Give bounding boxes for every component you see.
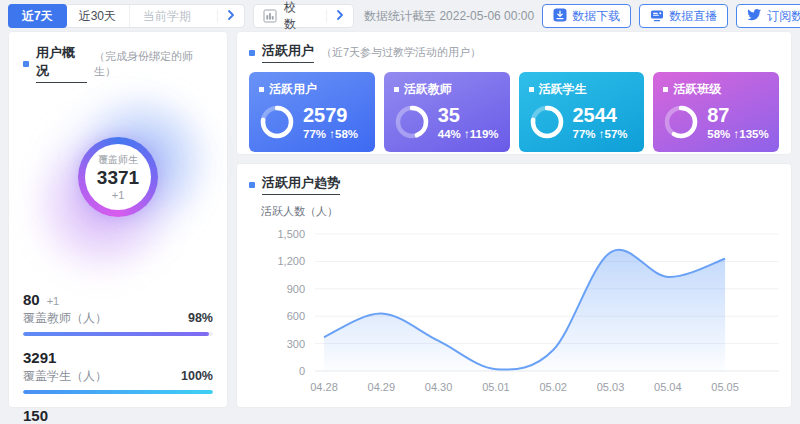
card-bullet-icon [529, 87, 534, 92]
tab-last-7-days[interactable]: 近7天 [8, 4, 67, 28]
panel-subtitle: （完成身份绑定的师生） [94, 49, 213, 79]
svg-text:04.28: 04.28 [310, 381, 338, 393]
card-ring [394, 104, 430, 140]
tab-current-semester[interactable]: 当前学期 [129, 5, 217, 27]
gauge-center: 覆盖师生 3371 +1 [85, 144, 151, 210]
gauge-ring: 覆盖师生 3371 +1 [78, 137, 158, 217]
card-delta: ↑58% [329, 128, 358, 140]
card-value: 35 [438, 104, 499, 126]
chevron-right-icon [336, 9, 344, 24]
stat-value: 3291 [23, 349, 56, 366]
button-label: 订阅数据月报 [767, 8, 800, 25]
data-updated-text: 数据统计截至 2022-05-06 00:00 [364, 8, 534, 25]
card-rate: 44% [438, 128, 461, 140]
panel-header: 活跃用户趋势 [249, 174, 779, 195]
live-icon [650, 8, 664, 25]
stat-row: 3291 覆盖学生（人） 100% [23, 349, 213, 394]
stat-row: 80 +1 覆盖教师（人） 98% [23, 291, 213, 336]
section-bullet-icon [249, 50, 255, 56]
card-title: 活跃用户 [269, 81, 317, 98]
active-card: 活跃学生 2544 77% ↑57% [519, 72, 645, 152]
trend-area-chart: 03006009001,2001,50004.2804.2904.3005.01… [249, 219, 779, 399]
topbar-actions: 数据下载 数据直播 订阅数据月报 [542, 4, 800, 28]
card-title: 活跃教师 [404, 81, 452, 98]
card-ring [663, 104, 699, 140]
stat-bar-fill [23, 332, 209, 336]
data-download-button[interactable]: 数据下载 [542, 4, 631, 28]
coverage-gauge: 覆盖师生 3371 +1 [23, 85, 213, 283]
stat-delta: +1 [47, 295, 60, 307]
section-bullet-icon [23, 61, 29, 67]
panel-title: 活跃用户 [262, 42, 314, 63]
gauge-value: 3371 [97, 167, 139, 189]
card-title: 活跃班级 [673, 81, 721, 98]
tab-last-30-days[interactable]: 近30天 [66, 5, 129, 27]
panel-header: 活跃用户 （近7天参与过教学活动的用户） [249, 42, 779, 63]
svg-text:05.04: 05.04 [654, 381, 682, 393]
card-value: 2544 [573, 104, 628, 126]
svg-text:600: 600 [287, 310, 305, 322]
bar-chart-icon [263, 9, 277, 23]
stat-percent: 100% [181, 369, 213, 383]
button-label: 数据下载 [572, 8, 620, 25]
scope-expand-button[interactable] [326, 9, 353, 23]
card-delta: ↑135% [733, 128, 768, 140]
card-ring [259, 104, 295, 140]
dashboard-main: 用户概况 （完成身份绑定的师生） 覆盖师生 3371 +1 80 +1 [0, 31, 800, 416]
panel-title: 活跃用户趋势 [262, 174, 340, 195]
card-rate: 58% [707, 128, 730, 140]
card-title: 活跃学生 [539, 81, 587, 98]
stat-label: 覆盖学生（人） [23, 368, 107, 385]
stat-label: 覆盖教师（人） [23, 310, 107, 327]
range-expand-button[interactable] [217, 9, 244, 23]
card-delta: ↑57% [599, 128, 628, 140]
svg-text:1,500: 1,500 [277, 228, 305, 240]
chart-y-axis-title: 活跃人数（人） [261, 204, 779, 219]
svg-text:05.05: 05.05 [711, 381, 739, 393]
user-overview-panel: 用户概况 （完成身份绑定的师生） 覆盖师生 3371 +1 80 +1 [8, 31, 228, 408]
active-users-trend-panel: 活跃用户趋势 活跃人数（人） 03006009001,2001,50004.28… [236, 163, 792, 408]
panel-title: 用户概况 [36, 44, 87, 83]
progress-bar [23, 390, 213, 394]
stat-value: 150 [23, 407, 48, 424]
svg-text:300: 300 [287, 338, 305, 350]
chevron-right-icon [227, 9, 235, 24]
active-card: 活跃教师 35 44% ↑119% [384, 72, 510, 152]
card-bullet-icon [663, 87, 668, 92]
card-rate: 77% [573, 128, 596, 140]
date-range-tabs: 近7天 近30天 当前学期 [8, 4, 245, 28]
active-cards-row: 活跃用户 2579 77% ↑58% 活跃教师 35 [249, 72, 779, 152]
stat-value: 80 [23, 291, 40, 308]
card-value: 2579 [303, 104, 358, 126]
svg-text:04.30: 04.30 [425, 381, 453, 393]
section-bullet-icon [249, 182, 255, 188]
button-label: 数据直播 [669, 8, 717, 25]
svg-text:05.02: 05.02 [539, 381, 567, 393]
right-column: 活跃用户 （近7天参与过教学活动的用户） 活跃用户 2579 77% ↑58% … [236, 31, 792, 408]
active-card: 活跃用户 2579 77% ↑58% [249, 72, 375, 152]
gauge-label: 覆盖师生 [98, 153, 138, 167]
panel-subtitle: （近7天参与过教学活动的用户） [321, 45, 481, 60]
topbar: 近7天 近30天 当前学期 全校数据 数据统计截至 2022-05-06 00:… [0, 0, 800, 31]
card-delta: ↑119% [464, 128, 499, 140]
card-bullet-icon [394, 87, 399, 92]
svg-text:05.01: 05.01 [482, 381, 510, 393]
svg-text:900: 900 [287, 283, 305, 295]
panel-header: 用户概况 （完成身份绑定的师生） [23, 44, 213, 83]
stat-bar-fill [23, 390, 213, 394]
card-value: 87 [707, 104, 768, 126]
svg-text:0: 0 [299, 365, 305, 377]
coverage-stats: 80 +1 覆盖教师（人） 98% 3291 覆盖学生（人） 100% [23, 291, 213, 424]
data-live-button[interactable]: 数据直播 [639, 4, 728, 28]
svg-text:05.03: 05.03 [597, 381, 625, 393]
bird-icon [747, 8, 762, 24]
svg-text:04.29: 04.29 [368, 381, 396, 393]
progress-bar [23, 332, 213, 336]
card-ring [529, 104, 565, 140]
stat-percent: 98% [188, 311, 213, 325]
scope-selector[interactable]: 全校数据 [253, 4, 354, 28]
subscribe-monthly-report-button[interactable]: 订阅数据月报 [736, 4, 800, 28]
gauge-delta: +1 [112, 189, 125, 201]
svg-text:1,200: 1,200 [277, 255, 305, 267]
stat-row: 150 覆盖教学班（个） 94% [23, 407, 213, 424]
